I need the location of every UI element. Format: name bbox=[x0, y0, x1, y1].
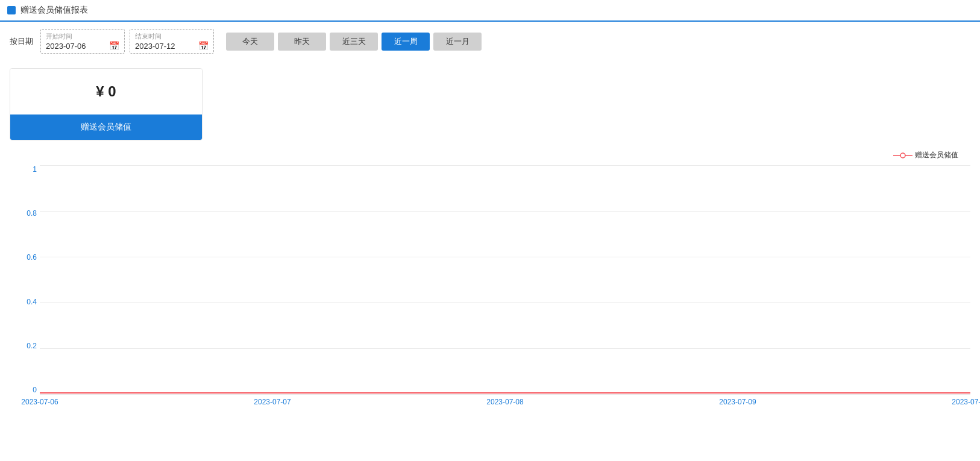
summary-card: ¥ 0 赠送会员储值 bbox=[10, 68, 203, 140]
start-date-input[interactable]: 开始时间 2023-07-06 📅 bbox=[40, 29, 125, 54]
date-input-group: 开始时间 2023-07-06 📅 结束时间 2023-07-12 📅 bbox=[40, 29, 214, 54]
gift-member-credit-button[interactable]: 赠送会员储值 bbox=[10, 114, 202, 140]
start-date-value: 2023-07-06 bbox=[46, 42, 86, 51]
chart-area: 赠送会员储值 10.80.60.40.20 2023-07-062023 bbox=[10, 150, 970, 418]
legend-item: 赠送会员储值 bbox=[893, 150, 958, 160]
legend-line-icon bbox=[893, 151, 912, 160]
x-tick: 2023-07-06 bbox=[21, 398, 58, 406]
y-tick: 0.6 bbox=[10, 253, 37, 262]
filter-btn-1month[interactable]: 近一月 bbox=[433, 33, 482, 51]
start-date-label: 开始时间 bbox=[46, 32, 119, 41]
end-date-label: 结束时间 bbox=[135, 32, 209, 41]
y-tick: 0.2 bbox=[10, 342, 37, 350]
chart-svg bbox=[40, 165, 970, 394]
title-bar-icon bbox=[7, 6, 16, 14]
x-tick: 2023-07-07 bbox=[254, 398, 291, 406]
end-date-input[interactable]: 结束时间 2023-07-12 📅 bbox=[130, 29, 214, 54]
y-tick: 0.8 bbox=[10, 209, 37, 218]
y-tick: 0 bbox=[10, 386, 37, 394]
end-calendar-icon[interactable]: 📅 bbox=[198, 41, 209, 51]
toolbar: 按日期 开始时间 2023-07-06 📅 结束时间 2023-07-12 📅 … bbox=[0, 22, 980, 61]
filter-button-group: 今天昨天近三天近一周近一月 bbox=[226, 33, 482, 51]
chart-container: 10.80.60.40.20 2023-07-062023-07-072023-… bbox=[10, 165, 970, 418]
x-tick: 2023-07-09 bbox=[719, 398, 756, 406]
end-date-value: 2023-07-12 bbox=[135, 42, 175, 51]
filter-btn-3days[interactable]: 近三天 bbox=[330, 33, 378, 51]
date-filter-label: 按日期 bbox=[10, 36, 33, 47]
chart-legend: 赠送会员储值 bbox=[10, 150, 970, 160]
y-axis: 10.80.60.40.20 bbox=[10, 165, 37, 394]
x-axis: 2023-07-062023-07-072023-07-082023-07-09… bbox=[40, 394, 970, 418]
title-bar: 赠送会员储值报表 bbox=[0, 0, 980, 22]
x-tick: 2023-07-08 bbox=[486, 398, 523, 406]
page-title: 赠送会员储值报表 bbox=[20, 5, 88, 16]
chart-plot bbox=[40, 165, 970, 394]
content-area: ¥ 0 赠送会员储值 赠送会员储值 10.80.60.40.20 bbox=[0, 61, 980, 425]
y-tick: 0.4 bbox=[10, 298, 37, 306]
filter-btn-yesterday[interactable]: 昨天 bbox=[278, 33, 326, 51]
x-tick: 2023-07-10 bbox=[952, 398, 980, 406]
legend-label: 赠送会员储值 bbox=[915, 150, 958, 160]
svg-point-1 bbox=[900, 153, 905, 158]
summary-amount: ¥ 0 bbox=[10, 69, 202, 114]
y-tick: 1 bbox=[10, 165, 37, 174]
filter-btn-today[interactable]: 今天 bbox=[226, 33, 274, 51]
start-calendar-icon[interactable]: 📅 bbox=[109, 41, 119, 51]
filter-btn-1week[interactable]: 近一周 bbox=[382, 33, 430, 51]
